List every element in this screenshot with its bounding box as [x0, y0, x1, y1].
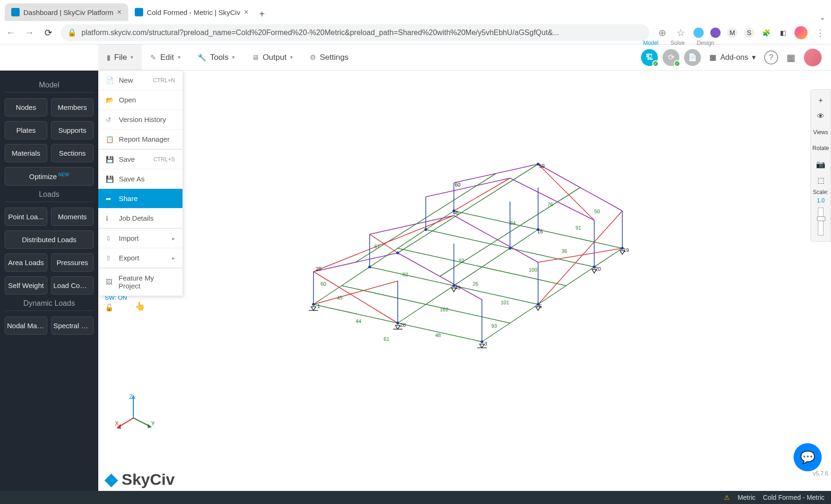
- sidebar-button[interactable]: Self Weight: [5, 276, 47, 295]
- file-menu-item-job-details[interactable]: ℹJob Details: [98, 209, 182, 228]
- file-menu-item-save-as[interactable]: 💾Save As: [98, 169, 182, 189]
- screenshot-button[interactable]: 📷: [812, 157, 829, 171]
- browser-tab-dashboard[interactable]: Dashboard | SkyCiv Platform ×: [5, 3, 128, 21]
- sidebar-button[interactable]: Pressures: [51, 253, 94, 272]
- svg-text:60: 60: [321, 281, 326, 287]
- file-menu-item-new[interactable]: 📄NewCTRL+N: [98, 71, 182, 90]
- url-input[interactable]: 🔒 platform.skyciv.com/structural?preload…: [61, 24, 649, 41]
- box-button[interactable]: ⬚: [812, 173, 829, 187]
- sidebar-button[interactable]: Nodal Masses: [5, 317, 47, 335]
- unlock-icon[interactable]: 🔓: [105, 303, 114, 312]
- sidebar-button[interactable]: Plates: [5, 121, 47, 139]
- svg-text:19: 19: [623, 247, 629, 253]
- menu-item-icon: 📂: [106, 96, 113, 104]
- menu-settings[interactable]: ⚙ Settings: [301, 44, 357, 70]
- svg-line-15: [313, 211, 454, 304]
- chat-button[interactable]: 💬: [794, 443, 822, 471]
- sidebar-button[interactable]: Supports: [51, 121, 94, 139]
- zoom-in-button[interactable]: +: [812, 94, 829, 108]
- stage-design-button[interactable]: 📄: [684, 49, 701, 66]
- file-menu-item-export[interactable]: ⇧Export▸: [98, 248, 182, 268]
- reload-button[interactable]: ⟳: [42, 27, 54, 38]
- logo-text: SkyCiv: [122, 470, 175, 489]
- stage-model-button[interactable]: 🏗✓: [641, 49, 658, 66]
- menu-file[interactable]: ▮ File ▾: [98, 44, 142, 70]
- svg-text:45: 45: [337, 295, 343, 301]
- rotate-button[interactable]: Rotate: [812, 141, 829, 155]
- svg-line-48: [370, 234, 398, 253]
- sidebar-button[interactable]: Moments: [51, 208, 94, 226]
- sidebar-button[interactable]: Members: [51, 98, 94, 116]
- apps-grid-icon[interactable]: ▦: [787, 52, 795, 63]
- ext-icon[interactable]: [710, 28, 721, 38]
- sidebar-button[interactable]: Spectral Loads: [51, 317, 94, 335]
- scale-label: Scale:: [813, 189, 828, 195]
- tab-list-dropdown[interactable]: ⌄: [820, 14, 825, 21]
- menu-item-icon: ↺: [106, 116, 113, 123]
- sidebar-button[interactable]: Distributed Loads: [5, 230, 94, 249]
- sidebar-button[interactable]: Materials: [5, 144, 47, 162]
- user-avatar[interactable]: [804, 49, 822, 66]
- chevron-down-icon: ▾: [178, 54, 181, 60]
- file-menu-item-save[interactable]: 💾SaveCTRL+S: [98, 149, 182, 169]
- menu-item-label: Share: [119, 194, 138, 202]
- file-menu-item-feature-my-project[interactable]: 🖼Feature My Project: [98, 268, 182, 296]
- canvas-area[interactable]: 📄NewCTRL+N📂Open↺Version History📋Report M…: [98, 71, 831, 491]
- close-icon[interactable]: ×: [244, 8, 248, 16]
- menu-item-label: Save As: [119, 175, 145, 183]
- sidebar-button[interactable]: Point Loa...: [5, 208, 47, 226]
- kebab-menu-icon[interactable]: ⋮: [814, 27, 826, 38]
- sidebar-button[interactable]: OptimizeNEW: [5, 167, 94, 186]
- svg-text:Y: Y: [151, 420, 154, 427]
- file-menu-item-share[interactable]: ➦Share👆: [98, 189, 182, 209]
- file-menu-item-version-history[interactable]: ↺Version History: [98, 110, 182, 130]
- bookmark-icon[interactable]: ☆: [675, 27, 687, 38]
- sidebar-group-header: Model: [5, 81, 94, 93]
- extensions-icon[interactable]: 🧩: [761, 28, 771, 38]
- menu-tools[interactable]: 🔧 Tools ▾: [189, 44, 244, 70]
- forward-button[interactable]: →: [23, 27, 36, 38]
- file-menu-item-import[interactable]: ⇩Import▸: [98, 228, 182, 248]
- svg-line-17: [482, 248, 622, 342]
- warning-icon[interactable]: ⚠: [724, 494, 730, 501]
- sidebar-button[interactable]: Sections: [51, 144, 94, 162]
- close-icon[interactable]: ×: [117, 8, 121, 16]
- chevron-down-icon: ▾: [232, 54, 235, 60]
- file-dropdown: 📄NewCTRL+N📂Open↺Version History📋Report M…: [98, 71, 182, 296]
- back-button[interactable]: ←: [5, 27, 17, 38]
- menu-output[interactable]: 🖥 Output ▾: [243, 44, 301, 70]
- ext-icon[interactable]: M: [727, 28, 737, 38]
- scale-slider[interactable]: [818, 208, 824, 236]
- ext-icon[interactable]: [693, 28, 704, 38]
- sidebar-button[interactable]: Load Combos: [51, 276, 94, 295]
- install-icon[interactable]: ⊕: [656, 27, 668, 38]
- svg-text:36: 36: [561, 248, 567, 254]
- browser-tab-strip: Dashboard | SkyCiv Platform × Cold Forme…: [0, 0, 831, 21]
- stage-solve-button[interactable]: ⟳✓: [663, 49, 679, 66]
- svg-text:91: 91: [576, 225, 581, 230]
- chevron-down-icon: ▾: [131, 54, 133, 60]
- structural-model-viewport[interactable]: 446148 10126100 368476 456082 929150 162…: [239, 131, 636, 356]
- views-button[interactable]: Views: [812, 125, 829, 139]
- menu-item-icon: 💾: [106, 175, 113, 183]
- file-menu-item-open[interactable]: 📂Open: [98, 90, 182, 110]
- ext-icon[interactable]: S: [744, 28, 754, 38]
- menu-item-label: Feature My Project: [118, 274, 175, 290]
- addons-button[interactable]: ▦ Add-ons ▾: [709, 53, 756, 62]
- chevron-down-icon: ▾: [290, 54, 293, 60]
- sidepanel-icon[interactable]: ◧: [778, 28, 788, 38]
- browser-tab-active[interactable]: Cold Formed - Metric | SkyCiv ×: [128, 3, 255, 21]
- new-tab-button[interactable]: +: [255, 7, 269, 21]
- sidebar-group-header: Loads: [5, 190, 94, 202]
- help-button[interactable]: ?: [764, 50, 778, 65]
- visibility-button[interactable]: 👁: [812, 109, 829, 123]
- project-name[interactable]: Cold Formed - Metric: [763, 494, 824, 501]
- units-label[interactable]: Metric: [737, 494, 755, 501]
- sidebar-button[interactable]: Nodes: [5, 98, 47, 116]
- svg-text:X: X: [115, 420, 119, 427]
- stage-indicator: Model Solve Design 🏗✓ ⟳✓ 📄: [641, 49, 701, 66]
- sidebar-button[interactable]: Area Loads: [5, 253, 47, 272]
- menu-edit[interactable]: ✎ Edit ▾: [142, 44, 189, 70]
- profile-avatar-icon[interactable]: [795, 26, 808, 39]
- file-menu-item-report-manager[interactable]: 📋Report Manager: [98, 130, 182, 149]
